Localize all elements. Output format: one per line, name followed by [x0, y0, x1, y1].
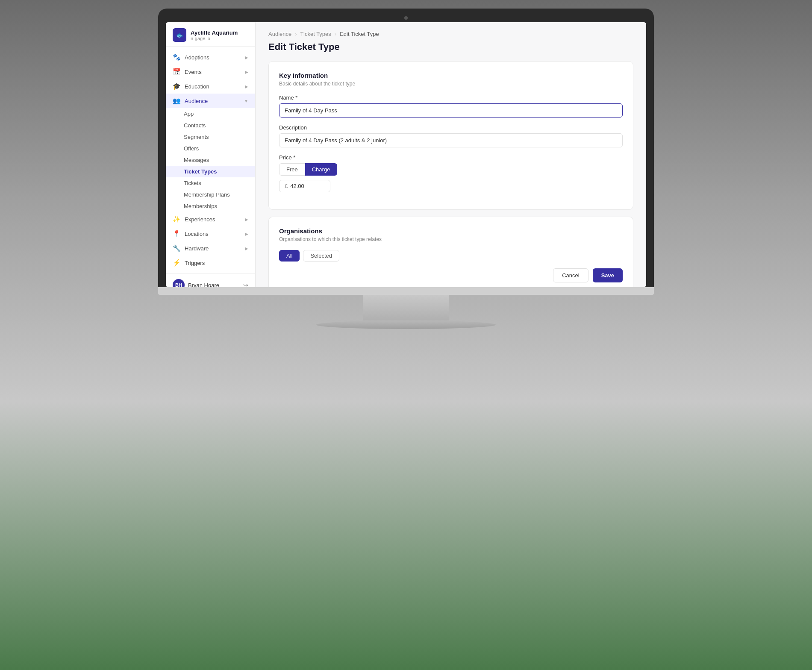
org-toggle: All Selected [279, 250, 623, 262]
sidebar-label-triggers: Triggers [185, 260, 205, 266]
sidebar-footer: BH Bryan Hoare ↪ [166, 273, 255, 287]
audience-icon: 👥 [173, 97, 180, 105]
sidebar-item-education[interactable]: 🎓 Education ▶ [166, 79, 255, 94]
sidebar-sub-app[interactable]: App [166, 108, 255, 120]
breadcrumb-current: Edit Ticket Type [340, 31, 379, 37]
avatar: BH [173, 279, 185, 287]
logo-icon: 🐟 [173, 28, 186, 42]
price-charge-button[interactable]: Charge [305, 163, 338, 176]
sidebar-sub-tickets[interactable]: Tickets [166, 177, 255, 189]
description-group: Description [279, 124, 623, 147]
sidebar-sub-memberships[interactable]: Memberships [166, 200, 255, 212]
sidebar-item-hardware[interactable]: 🔧 Hardware ▶ [166, 241, 255, 256]
description-label: Description [279, 124, 623, 131]
experiences-icon: ✨ [173, 215, 180, 223]
logout-icon[interactable]: ↪ [243, 282, 248, 287]
description-input[interactable] [279, 133, 623, 147]
sidebar-item-locations[interactable]: 📍 Locations ▶ [166, 226, 255, 241]
price-toggle: Free Charge [279, 163, 623, 176]
events-arrow: ▶ [245, 70, 248, 74]
experiences-arrow: ▶ [245, 217, 248, 222]
sidebar-sub-messages[interactable]: Messages [166, 154, 255, 166]
adoptions-arrow: ▶ [245, 55, 248, 60]
sidebar-item-triggers[interactable]: ⚡ Triggers [166, 256, 255, 270]
sidebar-label-audience: Audience [185, 98, 208, 104]
orgs-subtitle: Organisations to which this ticket type … [279, 236, 623, 242]
currency-symbol: £ [285, 183, 288, 189]
hardware-arrow: ▶ [245, 246, 248, 251]
name-group: Name * [279, 94, 623, 118]
education-arrow: ▶ [245, 84, 248, 89]
sidebar-sub-ticket-types[interactable]: Ticket Types [166, 166, 255, 177]
orgs-all-button[interactable]: All [279, 250, 300, 262]
audience-arrow: ▼ [244, 99, 248, 103]
sidebar-label-events: Events [185, 69, 202, 75]
hardware-icon: 🔧 [173, 244, 180, 252]
org-name: Aycliffe Aquarium [191, 29, 238, 36]
triggers-icon: ⚡ [173, 259, 180, 267]
key-info-subtitle: Basic details about the ticket type [279, 81, 623, 87]
sidebar-sub-membership-plans[interactable]: Membership Plans [166, 189, 255, 200]
orgs-selected-button[interactable]: Selected [303, 250, 339, 262]
page-title: Edit Ticket Type [268, 41, 633, 53]
sidebar-item-events[interactable]: 📅 Events ▶ [166, 65, 255, 79]
sidebar-logo: 🐟 Aycliffe Aquarium n-gage.io [166, 22, 255, 47]
sidebar-item-adoptions[interactable]: 🐾 Adoptions ▶ [166, 50, 255, 65]
main-content: Audience › Ticket Types › Edit Ticket Ty… [256, 22, 646, 287]
sidebar-item-experiences[interactable]: ✨ Experiences ▶ [166, 212, 255, 226]
user-name: Bryan Hoare [188, 282, 219, 288]
sidebar-label-adoptions: Adoptions [185, 54, 209, 61]
sidebar-label-experiences: Experiences [185, 216, 215, 223]
price-input-wrap: £ [279, 180, 330, 192]
org-sub: n-gage.io [191, 36, 238, 41]
user-info: BH Bryan Hoare [173, 279, 219, 287]
sidebar-item-audience[interactable]: 👥 Audience ▼ [166, 94, 255, 108]
adoptions-icon: 🐾 [173, 53, 180, 61]
education-icon: 🎓 [173, 82, 180, 90]
price-label: Price * [279, 154, 623, 161]
breadcrumb: Audience › Ticket Types › Edit Ticket Ty… [268, 31, 633, 37]
name-label: Name * [279, 94, 623, 101]
breadcrumb-audience[interactable]: Audience [268, 31, 291, 37]
organisations-card: Organisations Organisations to which thi… [268, 217, 633, 287]
key-information-card: Key Information Basic details about the … [268, 61, 633, 210]
locations-arrow: ▶ [245, 232, 248, 236]
breadcrumb-ticket-types[interactable]: Ticket Types [300, 31, 331, 37]
sidebar-nav: 🐾 Adoptions ▶ 📅 Events ▶ [166, 47, 255, 273]
sidebar-label-education: Education [185, 83, 209, 90]
sidebar-sub-offers[interactable]: Offers [166, 143, 255, 154]
key-info-title: Key Information [279, 72, 623, 79]
cancel-button[interactable]: Cancel [553, 268, 588, 282]
save-button[interactable]: Save [593, 268, 623, 282]
price-input[interactable] [290, 183, 320, 189]
sidebar: 🐟 Aycliffe Aquarium n-gage.io 🐾 Adoption… [166, 22, 256, 287]
events-icon: 📅 [173, 68, 180, 76]
price-free-button[interactable]: Free [279, 163, 305, 176]
sidebar-sub-segments[interactable]: Segments [166, 131, 255, 143]
sidebar-sub-contacts[interactable]: Contacts [166, 120, 255, 131]
orgs-title: Organisations [279, 227, 623, 235]
name-input[interactable] [279, 103, 623, 118]
sidebar-label-hardware: Hardware [185, 245, 209, 252]
card-footer: Cancel Save [279, 262, 623, 282]
locations-icon: 📍 [173, 230, 180, 238]
price-group: Price * Free Charge £ [279, 154, 623, 192]
sidebar-label-locations: Locations [185, 231, 209, 237]
